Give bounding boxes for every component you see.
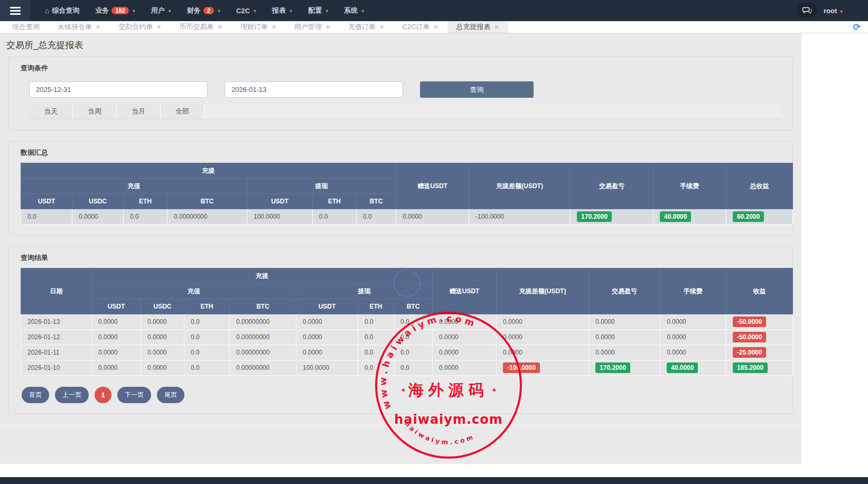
close-icon[interactable] (494, 24, 499, 31)
header-total-profit: 总收益 (726, 163, 793, 209)
nav-item-reports[interactable]: 报表 (272, 6, 292, 15)
header-fee: 手续费 (654, 163, 726, 209)
cell-withdraw-eth: 0.0 (358, 345, 394, 360)
cell-deposit-usdt: 0.0000 (92, 330, 141, 345)
cell-pl: 0.0000 (589, 345, 660, 360)
user-menu[interactable]: root (824, 7, 843, 15)
tab-label: 交割合约单 (118, 22, 153, 32)
header-coin: USDC (72, 194, 124, 209)
main-content: 交易所_总充提报表 查询条件 查询 当天 当周 当月 全部 数据汇总 (0, 33, 801, 464)
cell-deposit-eth: 0.0 (184, 360, 230, 376)
nav-item-system[interactable]: 系统 (344, 6, 364, 15)
nav-item-config[interactable]: 配置 (308, 6, 328, 15)
cell-deposit-btc: 0.00000000 (167, 209, 247, 225)
cell-fee: 0.0000 (660, 330, 726, 345)
header-fee: 手续费 (660, 268, 726, 314)
cell-gift: 0.0000 (433, 330, 497, 345)
close-icon[interactable] (156, 24, 161, 31)
cell-withdraw-usdt: 0.0000 (296, 330, 358, 345)
cell-profit: -50.0000 (726, 330, 793, 345)
tab-label: 理财订单 (240, 22, 268, 32)
nav-item-users[interactable]: 用户 (151, 6, 171, 15)
nav-label: 业务 (95, 6, 109, 15)
home-icon: ⌂ (45, 6, 49, 15)
footer-bar (0, 477, 868, 484)
tab-label: 总充提报表 (456, 22, 491, 32)
business-count-badge: 182 (111, 7, 128, 14)
cell-gift: 0.0000 (396, 209, 469, 225)
tab-delivery-contracts[interactable]: 交割合约单 (109, 21, 170, 33)
close-icon[interactable] (96, 24, 100, 31)
cell-deposit-eth: 0.0 (124, 209, 167, 225)
total-profit-badge: 60.2000 (733, 211, 764, 222)
cell-withdraw-btc: 0.0 (394, 345, 433, 360)
nav-label: 综合查询 (52, 6, 79, 15)
header-deposit-withdraw-group: 充提 (92, 268, 433, 284)
nav-item-c2c[interactable]: C2C (236, 7, 256, 15)
summary-panel: 数据汇总 充提 赠送USDT 充提差额(USDT) 交易盈亏 手续费 总收益 充… (8, 141, 793, 236)
refresh-icon[interactable]: ⟳ (853, 22, 861, 33)
first-page-button[interactable]: 首页 (22, 387, 49, 403)
nav-item-dashboard[interactable]: ⌂ 综合查询 (45, 6, 79, 15)
quick-week-button[interactable]: 当周 (73, 104, 117, 119)
tab-user-management[interactable]: 用户管理 (285, 21, 339, 33)
cell-deposit-eth: 0.0 (184, 314, 230, 330)
table-row: 2026-01-10 0.0000 0.0000 0.0 0.00000000 … (21, 360, 793, 376)
cell-diff: 0.0000 (497, 314, 589, 330)
cell-diff: 0.0000 (497, 345, 589, 360)
header-coin: USDT (247, 194, 313, 209)
fee-badge: 40.0000 (660, 211, 691, 222)
close-icon[interactable] (433, 24, 438, 31)
search-button[interactable]: 查询 (420, 81, 534, 98)
header-coin: ETH (358, 299, 394, 314)
summary-panel-title: 数据汇总 (21, 148, 781, 157)
page-title: 交易所_总充提报表 (0, 33, 801, 57)
header-coin: USDT (92, 299, 141, 314)
current-page-indicator[interactable]: 1 (95, 387, 111, 403)
chat-button[interactable] (797, 3, 817, 18)
cell-withdraw-usdt: 0.0000 (296, 345, 358, 360)
header-coin: USDC (141, 299, 184, 314)
cell-withdraw-btc: 0.0 (394, 330, 433, 345)
header-diff-usdt: 充提差额(USDT) (497, 268, 589, 314)
quick-row-filler (204, 104, 781, 119)
profit-badge: -50.0000 (733, 332, 766, 342)
nav-item-business[interactable]: 业务 182 (95, 6, 135, 15)
close-icon[interactable] (379, 24, 384, 31)
results-table: 日期 充提 赠送USDT 充提差额(USDT) 交易盈亏 手续费 收益 充值 提… (21, 268, 793, 376)
pl-badge: 170.2000 (577, 211, 612, 222)
quick-today-button[interactable]: 当天 (29, 104, 73, 119)
close-icon[interactable] (325, 24, 330, 31)
header-withdraw: 提现 (296, 284, 433, 299)
date-to-input[interactable] (225, 81, 403, 98)
cell-deposit-usdc: 0.0000 (72, 209, 124, 225)
quick-month-button[interactable]: 当月 (117, 104, 161, 119)
hamburger-menu-icon[interactable] (0, 0, 30, 21)
date-from-input[interactable] (29, 81, 208, 98)
cell-deposit-eth: 0.0 (184, 330, 230, 345)
tab-overview[interactable]: 综合查询 (3, 21, 49, 33)
header-date: 日期 (21, 268, 92, 314)
last-page-button[interactable]: 尾页 (157, 387, 184, 403)
tab-wealth-orders[interactable]: 理财订单 (231, 21, 285, 33)
prev-page-button[interactable]: 上一页 (55, 387, 89, 403)
nav-label: C2C (236, 7, 250, 15)
cell-profit: -50.0000 (726, 314, 793, 330)
tab-label: C2C订单 (402, 22, 430, 32)
tab-c2c-orders[interactable]: C2C订单 (393, 21, 447, 33)
tab-deposit-withdraw-report[interactable]: 总充提报表 (447, 21, 508, 33)
quick-all-button[interactable]: 全部 (161, 104, 204, 119)
cell-deposit-btc: 0.00000000 (230, 330, 296, 345)
close-icon[interactable] (272, 24, 276, 31)
cell-deposit-usdt: 0.0000 (92, 360, 141, 376)
cell-deposit-usdc: 0.0000 (141, 314, 184, 330)
tab-deposit-orders[interactable]: 充值订单 (339, 21, 393, 33)
tab-spot-trades[interactable]: 币币交易单 (170, 21, 231, 33)
close-icon[interactable] (217, 24, 222, 31)
nav-item-finance[interactable]: 财务 2 (187, 6, 220, 15)
tab-perpetual-positions[interactable]: 永续持仓单 (49, 21, 109, 33)
cell-deposit-usdc: 0.0000 (141, 360, 184, 376)
chat-bubble-icon (802, 7, 812, 14)
results-panel-title: 查询结果 (21, 253, 781, 263)
next-page-button[interactable]: 下一页 (117, 387, 151, 403)
